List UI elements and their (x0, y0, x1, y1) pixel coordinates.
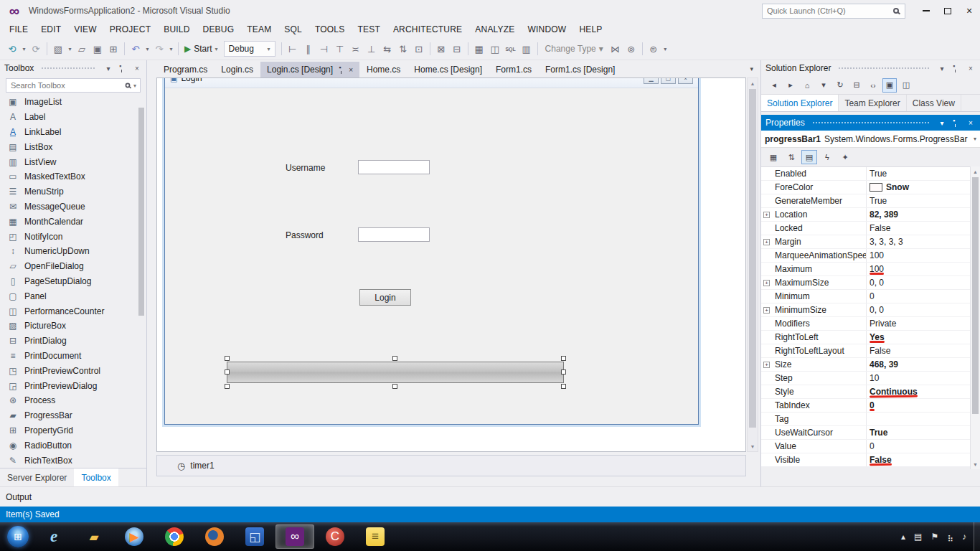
property-pages-icon[interactable]: ✦ (837, 150, 853, 164)
quick-launch-box[interactable] (762, 4, 905, 19)
designer-vertical-scrollbar[interactable]: ▲ ▼ (747, 77, 758, 452)
toolbox-item-label[interactable]: A Label (0, 110, 146, 125)
minimize-button[interactable] (915, 2, 937, 19)
Margin[interactable]: + Margin 3, 3, 3, 3 (761, 235, 971, 249)
align-centers-icon[interactable]: ∥ (301, 41, 316, 57)
hidden-icons-arrow[interactable]: ▴ (901, 532, 905, 542)
nav-back-dropdown-icon[interactable]: ▾ (20, 41, 28, 57)
menu-item[interactable]: TOOLS (308, 22, 351, 38)
property-value[interactable]: True (866, 167, 971, 180)
document-list-dropdown-icon[interactable]: ▾ (743, 65, 760, 72)
toolbox-item-monthcalendar[interactable]: ▦ MonthCalendar (0, 214, 146, 229)
property-value[interactable]: Yes (866, 331, 971, 344)
tab-solution-explorer[interactable]: Solution Explorer (761, 95, 839, 111)
expand-icon[interactable]: + (763, 212, 770, 218)
new-project-icon[interactable]: ▧ (50, 41, 66, 57)
selection-handle[interactable] (561, 369, 566, 375)
toolbox-item-listbox[interactable]: ▤ ListBox (0, 139, 146, 154)
menu-item[interactable]: BUILD (157, 22, 196, 38)
network-icon[interactable]: ⣦ (947, 532, 953, 542)
design-canvas[interactable]: ▣ Login ▁ ▢ × Username Password (156, 77, 746, 452)
property-value[interactable]: Snow (866, 181, 971, 194)
undo-icon[interactable]: ↶ (128, 41, 143, 57)
maximize-button[interactable] (937, 2, 958, 19)
toolbox-item-linklabel[interactable]: A LinkLabel (0, 125, 146, 140)
toolbox-item-imagelist[interactable]: ▣ ImageList (0, 95, 146, 110)
menu-item[interactable]: SQL (278, 22, 308, 38)
pin-icon[interactable] (118, 65, 128, 72)
form-minimize-button[interactable]: ▁ (644, 77, 659, 84)
tab-class-view[interactable]: Class View (907, 95, 961, 111)
toolbox-item-openfiledialog[interactable]: ▱ OpenFileDialog (0, 259, 146, 274)
expand-icon[interactable]: + (763, 362, 770, 368)
menu-item[interactable]: DEBUG (197, 22, 241, 38)
timer1-component[interactable]: timer1 (190, 461, 214, 471)
expand-icon[interactable]: + (763, 307, 770, 314)
view-code-icon[interactable]: ‹› (866, 78, 880, 93)
form-maximize-button[interactable]: ▢ (661, 77, 676, 84)
scroll-down-icon[interactable]: ▼ (748, 441, 758, 451)
progressbar1-control[interactable] (227, 362, 564, 383)
chrome-icon[interactable] (155, 524, 194, 549)
Visible[interactable]: + Visible False (761, 453, 971, 466)
tab-home-cs-design[interactable]: Home.cs [Design] × (407, 62, 489, 77)
start-button[interactable] (3, 524, 33, 549)
tab-team-explorer[interactable]: Team Explorer (839, 95, 906, 111)
login-button[interactable]: Login (359, 289, 411, 306)
RightToLeftLayout[interactable]: + RightToLeftLayout False (761, 344, 971, 358)
make-same-width-icon[interactable]: ⇆ (380, 41, 395, 57)
ccleaner-icon[interactable]: C (316, 524, 354, 549)
output-panel-bar[interactable]: Output (0, 486, 980, 507)
toolbox-item-pagesetupdialog[interactable]: ▯ PageSetupDialog (0, 274, 146, 289)
refresh-icon[interactable]: ↻ (833, 78, 847, 93)
toolbar-icon[interactable] (642, 42, 643, 55)
login-form-design[interactable]: ▣ Login ▁ ▢ × Username Password (164, 77, 699, 425)
menu-item[interactable]: TEST (351, 22, 386, 38)
Location[interactable]: + Location 82, 389 (761, 208, 971, 222)
toolbar-icon[interactable] (430, 42, 430, 55)
username-textbox[interactable] (358, 160, 430, 174)
send-to-back-icon[interactable]: ⊟ (449, 41, 465, 57)
file-explorer-icon[interactable]: ▰ (75, 524, 113, 549)
Value[interactable]: + Value 0 (761, 440, 971, 453)
UseWaitCursor[interactable]: + UseWaitCursor True (761, 426, 971, 440)
quick-launch-input[interactable] (763, 6, 893, 15)
property-value[interactable]: 3, 3, 3, 3 (866, 235, 971, 248)
property-value[interactable]: 10 (866, 372, 971, 385)
toolbar-icon[interactable] (47, 42, 47, 55)
password-textbox[interactable] (358, 227, 430, 242)
toolbox-item-notifyicon[interactable]: ◰ NotifyIcon (0, 229, 146, 244)
toolbox-item-maskedtextbox[interactable]: ▭ MaskedTextBox (0, 169, 146, 184)
property-value[interactable]: True (866, 194, 971, 207)
selection-handle[interactable] (225, 384, 230, 389)
toolbox-item-picturebox[interactable]: ▨ PictureBox (0, 319, 146, 334)
scrollbar-thumb[interactable] (972, 177, 979, 414)
pin-icon[interactable] (337, 66, 344, 74)
save-icon[interactable]: ▣ (90, 41, 105, 57)
sync-with-active-document-icon[interactable]: ▣ (882, 78, 897, 93)
menu-item[interactable]: TEAM (240, 22, 278, 38)
MarqueeAnimationSpeed[interactable]: + MarqueeAnimationSpeed 100 (761, 249, 971, 263)
Tag[interactable]: + Tag (761, 413, 971, 426)
menu-item[interactable]: HELP (573, 22, 608, 38)
make-same-height-icon[interactable]: ⇅ (395, 41, 411, 57)
property-value[interactable]: False (866, 453, 971, 466)
toolbox-item-progressbar[interactable]: ▰ ProgressBar (0, 408, 146, 423)
toolbar-icon[interactable] (468, 42, 468, 55)
align-rights-icon[interactable]: ⊣ (316, 41, 332, 57)
property-value[interactable]: False (866, 344, 971, 357)
property-value[interactable]: 0 (866, 440, 971, 453)
toolbar-icon[interactable] (178, 42, 179, 55)
table-designer-icon[interactable]: ▦ (471, 41, 487, 57)
debug-configuration-dropdown[interactable]: Debug ▾ (224, 41, 275, 57)
username-label[interactable]: Username (286, 163, 325, 173)
database-diagram-icon[interactable]: ◫ (487, 41, 503, 57)
form-body[interactable]: Username Password Login (165, 88, 698, 424)
close-icon[interactable]: × (966, 119, 976, 127)
tab-form1-cs[interactable]: Form1.cs × (489, 62, 538, 77)
expand-icon[interactable]: + (763, 280, 770, 286)
open-file-icon[interactable]: ▱ (74, 41, 90, 57)
selection-handle[interactable] (561, 384, 566, 389)
visual-studio-taskbar-icon[interactable]: ∞ (275, 524, 314, 549)
firefox-icon[interactable] (195, 524, 234, 549)
